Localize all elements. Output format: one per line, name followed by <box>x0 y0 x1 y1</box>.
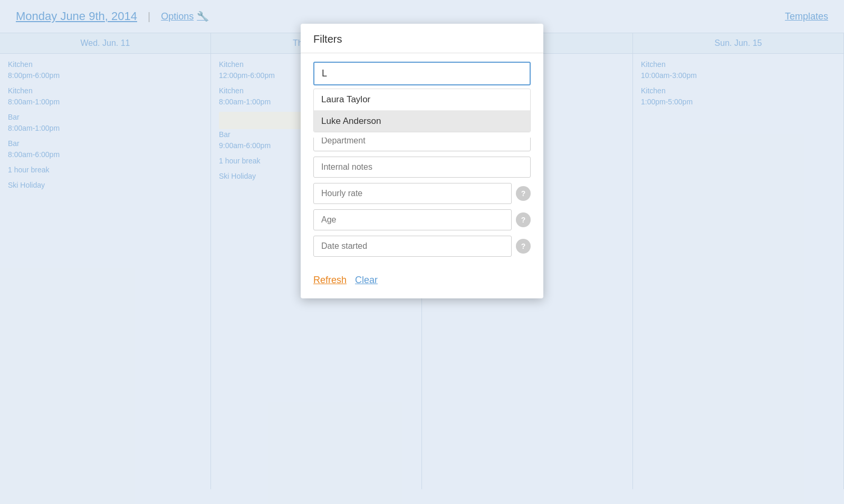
filters-modal: Filters Laura Taylor Luke Anderson <box>301 24 543 298</box>
refresh-button[interactable]: Refresh <box>313 273 347 288</box>
employee-dropdown: Laura Taylor Luke Anderson <box>313 89 531 132</box>
hourly-rate-row: ? <box>313 183 531 204</box>
dropdown-item-laura[interactable]: Laura Taylor <box>314 89 530 111</box>
modal-body: Laura Taylor Luke Anderson ? ? <box>301 53 543 267</box>
hourly-rate-input[interactable] <box>313 183 512 204</box>
internal-notes-row <box>313 157 531 178</box>
modal-title: Filters <box>313 33 531 45</box>
search-input[interactable] <box>313 62 531 85</box>
age-input[interactable] <box>313 209 512 230</box>
date-started-help-icon[interactable]: ? <box>516 239 531 254</box>
date-started-row: ? <box>313 236 531 257</box>
dropdown-item-luke[interactable]: Luke Anderson <box>314 111 530 132</box>
clear-button[interactable]: Clear <box>355 273 378 288</box>
search-wrapper <box>313 62 531 85</box>
internal-notes-input[interactable] <box>313 157 531 178</box>
age-help-icon[interactable]: ? <box>516 212 531 227</box>
hourly-rate-help-icon[interactable]: ? <box>516 186 531 201</box>
department-partial-wrapper <box>313 138 531 151</box>
modal-footer: Refresh Clear <box>301 267 543 298</box>
age-row: ? <box>313 209 531 230</box>
department-input[interactable] <box>313 138 531 151</box>
modal-header: Filters <box>301 24 543 53</box>
date-started-input[interactable] <box>313 236 512 257</box>
